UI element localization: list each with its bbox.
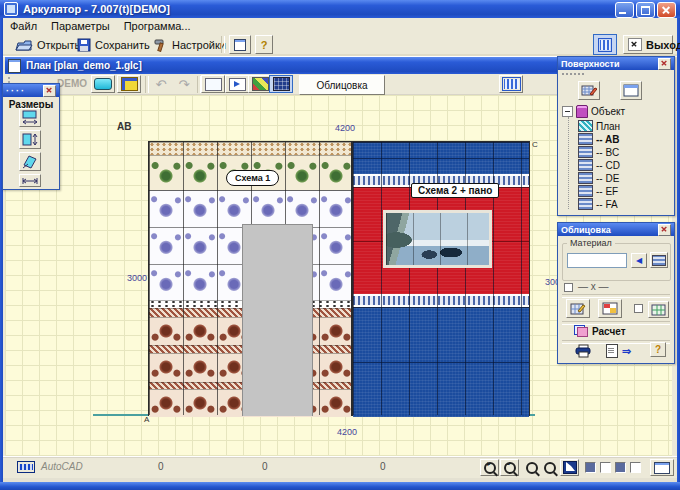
wall-name-label: AB <box>117 121 131 132</box>
panel-help-button[interactable]: ? <box>650 342 666 357</box>
sizes-palette-titlebar[interactable]: ···· <box>3 84 59 97</box>
layout-color-button[interactable] <box>598 299 622 318</box>
sizes-palette-close-button[interactable] <box>43 85 56 97</box>
help-button[interactable]: ? <box>255 35 273 54</box>
save-button[interactable]: Сохранить <box>73 35 154 54</box>
zoom-dynamic-button[interactable] <box>540 459 559 476</box>
menu-file[interactable]: Файл <box>3 19 44 33</box>
surfaces-panel-titlebar[interactable]: Поверхности <box>558 57 674 70</box>
fullscreen-button[interactable] <box>650 459 674 476</box>
tree-connector <box>568 117 569 209</box>
printer-icon <box>574 344 592 358</box>
separator <box>562 294 670 298</box>
zoom-extents-icon <box>563 461 577 474</box>
tree-item-cd[interactable]: -- CD <box>578 159 620 171</box>
zoom-extents-button[interactable] <box>560 459 579 476</box>
edit-layout-button[interactable] <box>117 75 141 93</box>
zoom-out-button[interactable]: − <box>500 459 519 476</box>
exit-label: Выход <box>646 39 680 51</box>
cladding-mode-label: Облицовка <box>316 80 367 91</box>
cyan-rect-icon <box>94 78 112 90</box>
material-back-button[interactable]: ◀ <box>631 253 647 268</box>
scheme2-label: Схема 2 + пано <box>411 183 499 198</box>
door-opening[interactable] <box>242 224 313 416</box>
corner-c-label: C <box>532 140 538 149</box>
zoom-in-button[interactable]: + <box>480 459 499 476</box>
menu-parameters[interactable]: Параметры <box>44 19 117 33</box>
undo-button[interactable]: ↶ <box>149 75 173 93</box>
cladding-panel-title: Облицовка <box>561 225 658 235</box>
exit-x-icon <box>628 38 642 51</box>
tile-edit-icon <box>581 84 597 97</box>
demo-label: DEMO <box>57 78 87 89</box>
cladding-panel: Облицовка Материал ◀ — x — Расчет <box>557 222 675 364</box>
exit-button[interactable]: Выход <box>623 35 673 54</box>
horizontal-dimension-button[interactable] <box>19 108 41 127</box>
layer-toggle-2[interactable] <box>600 462 611 473</box>
surfaces-panel-close-button[interactable] <box>658 58 671 70</box>
grid-panel-icon <box>598 38 612 52</box>
minimize-button[interactable] <box>615 2 634 18</box>
maximize-button[interactable] <box>636 2 655 18</box>
surface-tile-icon <box>578 159 593 171</box>
zoom-icon <box>544 462 556 474</box>
menu-program[interactable]: Программа... <box>117 19 198 33</box>
material-label: Материал <box>567 238 615 248</box>
layout-checkbox[interactable] <box>634 304 643 313</box>
brand-logo-icon <box>17 461 35 473</box>
material-input[interactable] <box>567 253 627 268</box>
vertical-dimension-button[interactable] <box>19 130 41 149</box>
tree-root-object[interactable]: Объект <box>562 105 625 118</box>
tree-item-ab[interactable]: -- AB <box>578 133 620 145</box>
redo-button[interactable]: ↷ <box>172 75 196 93</box>
insert-tile-button[interactable] <box>225 75 249 93</box>
blank-tile-button[interactable] <box>201 75 225 93</box>
tree-item-bc[interactable]: -- BC <box>578 146 619 158</box>
collapse-icon[interactable] <box>562 106 573 117</box>
close-button[interactable] <box>657 2 676 18</box>
plan-tile-icon <box>578 120 593 132</box>
calculate-button[interactable]: Расчет <box>574 325 626 337</box>
slope-dimension-button[interactable] <box>19 152 41 171</box>
close-icon <box>661 59 668 66</box>
tree-item-de[interactable]: -- DE <box>578 172 619 184</box>
tree-item-ef[interactable]: -- EF <box>578 185 618 197</box>
new-surface-button[interactable] <box>91 75 115 93</box>
status-value-2: 0 <box>262 461 268 472</box>
cladding-panel-close-button[interactable] <box>658 224 671 236</box>
panno-picture[interactable] <box>383 210 492 268</box>
undo-icon: ↶ <box>156 78 167 91</box>
view-surface-button[interactable] <box>620 81 642 100</box>
settings-button[interactable]: Настройки <box>149 35 230 54</box>
cladding-panel-titlebar[interactable]: Облицовка <box>558 223 674 236</box>
layer-toggle-3[interactable] <box>615 462 626 473</box>
tree-item-plan[interactable]: План <box>578 120 620 132</box>
layer-toggle-1[interactable] <box>585 462 596 473</box>
tree-item-label: -- AB <box>596 134 620 145</box>
keyboard-panel-button[interactable] <box>499 75 523 93</box>
distance-measure-button[interactable] <box>19 174 41 187</box>
window-titlebar[interactable]: Аркулятор - 7.007(t)[DEMO] <box>0 0 680 18</box>
tree-item-fa[interactable]: -- FA <box>578 198 618 210</box>
tree-item-label: -- FA <box>596 199 618 210</box>
material-pick-button[interactable] <box>650 252 668 268</box>
export-button[interactable]: ⇒ <box>606 344 631 358</box>
layer-toggle-4[interactable] <box>630 462 641 473</box>
window-arrow-icon <box>654 462 670 474</box>
status-value-3: 0 <box>380 461 386 472</box>
cladding-mode-button[interactable]: Облицовка <box>299 75 385 95</box>
close-icon <box>661 5 671 15</box>
surfaces-toolbar-grip[interactable] <box>562 73 584 78</box>
layout-edit-button[interactable] <box>566 299 590 318</box>
window-view-button[interactable] <box>229 35 251 54</box>
document-icon <box>606 344 618 358</box>
blue-tile-button[interactable] <box>269 75 293 93</box>
x-checkbox[interactable] <box>564 283 573 292</box>
main-toolbar: Открыть Сохранить Настройки ? Выход <box>3 33 677 57</box>
layout-grid-button[interactable] <box>648 301 669 318</box>
dimension-top: 4200 <box>335 123 355 133</box>
print-button[interactable] <box>574 344 592 362</box>
zoom-window-button[interactable] <box>522 459 541 476</box>
panels-toggle-button[interactable] <box>593 34 617 55</box>
edit-surface-button[interactable] <box>578 81 600 100</box>
